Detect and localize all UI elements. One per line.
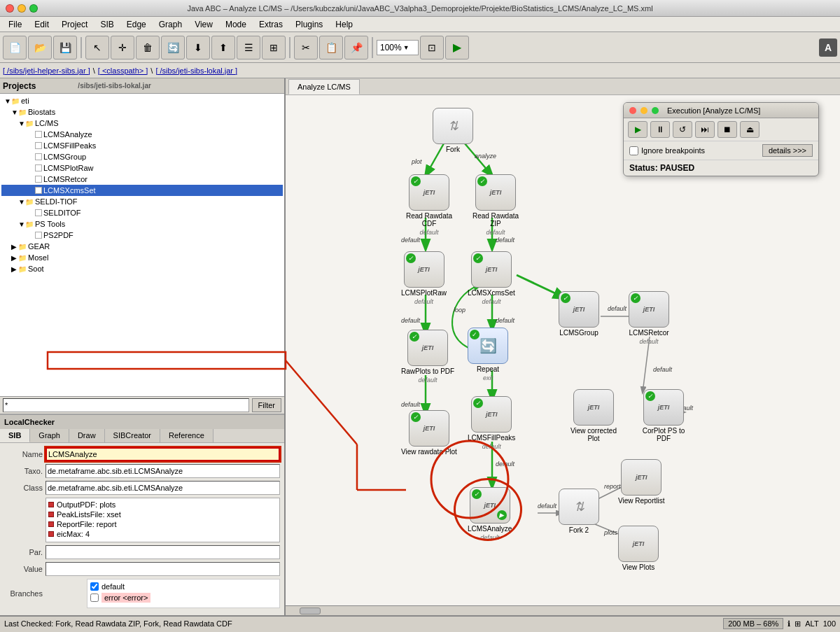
menu-sib[interactable]: SIB bbox=[94, 18, 119, 31]
close-button[interactable] bbox=[6, 4, 14, 13]
node-view-reportlist[interactable]: jETI View Reportlist bbox=[618, 459, 665, 505]
node-lcmsxcmsset[interactable]: ✓ jETI LCMSXcmsSet default bbox=[468, 251, 515, 305]
tree-item-soot[interactable]: ▶ 📁 Soot bbox=[1, 263, 283, 274]
exec-min-btn[interactable] bbox=[640, 107, 648, 114]
lc-tab-reference[interactable]: Reference bbox=[160, 429, 214, 442]
exec-skip-btn[interactable]: ⏭ bbox=[695, 121, 715, 138]
toolbar-save[interactable]: 💾 bbox=[53, 36, 77, 59]
toolbar-list[interactable]: ☰ bbox=[237, 36, 260, 59]
toolbar-up[interactable]: ⬆ bbox=[211, 36, 235, 59]
node-corplot[interactable]: ✓ jETI CorPlot PS to PDF bbox=[636, 389, 692, 442]
classpath-jar2[interactable]: [ /sibs/jeti-sibs-lokal.jar ] bbox=[155, 66, 237, 75]
node-lcmsgroup[interactable]: ✓ jETI LCMSGroup bbox=[559, 291, 599, 337]
tree-item-seldi[interactable]: ▼ 📁 SELDI-TIOF bbox=[1, 196, 283, 207]
menu-extras[interactable]: Extras bbox=[253, 18, 288, 31]
tree-toggle-seldi[interactable]: ▼ bbox=[18, 198, 25, 206]
filter-input[interactable] bbox=[3, 398, 249, 412]
classpath-jar1[interactable]: [ /sibs/jeti-helper-sibs.jar ] bbox=[3, 66, 90, 75]
lc-par-input[interactable] bbox=[46, 545, 280, 559]
node-lcmsfillpeaks[interactable]: ✓ jETI LCMSFillPeaks default bbox=[468, 396, 515, 450]
lc-taxo-input[interactable] bbox=[46, 464, 280, 478]
menu-edge[interactable]: Edge bbox=[121, 18, 152, 31]
toolbar-refresh[interactable]: 🔄 bbox=[161, 36, 185, 59]
tree-item-lcmsretcor[interactable]: LCMSRetcor bbox=[1, 174, 283, 185]
tree-item-eti[interactable]: ▼ 📁 eti bbox=[1, 95, 283, 106]
node-view-corrected[interactable]: jETI View corrected Plot bbox=[566, 389, 622, 442]
menu-plugins[interactable]: Plugins bbox=[290, 18, 328, 31]
tree-item-mosel[interactable]: ▶ 📁 Mosel bbox=[1, 252, 283, 263]
tree-item-lcmsplotraw[interactable]: LCMSPlotRaw bbox=[1, 162, 283, 174]
lc-tab-sib[interactable]: SIB bbox=[0, 429, 30, 442]
tree-toggle-pstools[interactable]: ▼ bbox=[18, 220, 25, 228]
tree-toggle-lcms[interactable]: ▼ bbox=[18, 120, 25, 127]
lc-tab-graph[interactable]: Graph bbox=[30, 429, 69, 442]
node-lcmsanalyze[interactable]: ✓ ▶ jETI LCMSAnalyze default bbox=[468, 487, 512, 541]
tree-toggle-soot[interactable]: ▶ bbox=[11, 265, 18, 273]
tree-item-lcmsxcmsset[interactable]: LCMSXcmsSet bbox=[1, 185, 283, 196]
tree-item-biostats[interactable]: ▼ 📁 Biostats bbox=[1, 106, 283, 118]
toolbar-paste[interactable]: 📌 bbox=[344, 36, 368, 59]
exec-close-btn[interactable] bbox=[629, 107, 636, 114]
tree-toggle-eti[interactable]: ▼ bbox=[4, 97, 11, 105]
toolbar-grid[interactable]: ⊞ bbox=[262, 36, 286, 59]
tree-item-pstools[interactable]: ▼ 📁 PS Tools bbox=[1, 218, 283, 230]
lc-tab-draw[interactable]: Draw bbox=[69, 429, 105, 442]
menu-file[interactable]: File bbox=[3, 18, 27, 31]
node-lcmsplotraw[interactable]: ✓ jETI LCMSPlotRaw default bbox=[401, 251, 447, 305]
exec-stop-btn[interactable]: ⏹ bbox=[718, 121, 737, 138]
toolbar-down[interactable]: ⬇ bbox=[186, 36, 210, 59]
menu-edit[interactable]: Edit bbox=[29, 18, 55, 31]
menu-view[interactable]: View bbox=[189, 18, 218, 31]
toolbar-copy[interactable]: 📋 bbox=[319, 36, 343, 59]
exec-pause-btn[interactable]: ⏸ bbox=[650, 121, 670, 138]
exec-details-btn[interactable]: details >>> bbox=[762, 144, 813, 157]
toolbar-play[interactable]: ▶ bbox=[445, 36, 469, 59]
exec-eject-btn[interactable]: ⏏ bbox=[740, 121, 760, 138]
exec-refresh-btn[interactable]: ↺ bbox=[673, 121, 692, 138]
node-lcmsretcor[interactable]: ✓ jETI LCMSRetcor default bbox=[629, 291, 669, 345]
zoom-dropdown-icon[interactable]: ▼ bbox=[403, 44, 410, 51]
toolbar-delete[interactable]: 🗑 bbox=[136, 36, 160, 59]
menu-graph[interactable]: Graph bbox=[153, 18, 188, 31]
canvas-tab-analyze[interactable]: Analyze LC/MS bbox=[288, 79, 360, 94]
node-rawplots-pdf[interactable]: ✓ jETI RawPlots to PDF default bbox=[401, 330, 454, 384]
toolbar-fit[interactable]: ⊡ bbox=[420, 36, 444, 59]
node-repeat[interactable]: ✓ 🔄 Repeat exit bbox=[468, 328, 508, 381]
tree-item-lcms[interactable]: ▼ 📁 LC/MS bbox=[1, 118, 283, 129]
branch-default-cb[interactable] bbox=[90, 582, 99, 591]
lc-tab-sibcreator[interactable]: SIBCreator bbox=[105, 429, 160, 442]
toolbar-select[interactable]: ↖ bbox=[85, 36, 109, 59]
menu-help[interactable]: Help bbox=[330, 18, 358, 31]
node-readraw-cdf[interactable]: ✓ jETI Read Rawdata CDF default bbox=[401, 174, 457, 236]
exec-ignore-breakpoints-cb[interactable] bbox=[629, 146, 638, 155]
menu-mode[interactable]: Mode bbox=[220, 18, 252, 31]
scrollbar-h-thumb[interactable] bbox=[300, 608, 321, 615]
menu-project[interactable]: Project bbox=[56, 18, 93, 31]
lc-value-input[interactable] bbox=[46, 562, 280, 576]
lc-class-input[interactable] bbox=[46, 481, 280, 495]
tree-item-selditof[interactable]: SELDITOF bbox=[1, 207, 283, 218]
exec-play-btn[interactable]: ▶ bbox=[628, 121, 648, 138]
tree-toggle-gear[interactable]: ▶ bbox=[11, 243, 18, 251]
exec-max-btn[interactable] bbox=[652, 107, 659, 114]
toolbar-open[interactable]: 📂 bbox=[28, 36, 52, 59]
filter-button[interactable]: Filter bbox=[252, 398, 281, 412]
minimize-button[interactable] bbox=[18, 4, 26, 13]
tree-item-lcmsfillpeaks[interactable]: LCMSFillPeaks bbox=[1, 140, 283, 151]
canvas-scrollbar-h[interactable] bbox=[286, 605, 840, 615]
tree-toggle-mosel[interactable]: ▶ bbox=[11, 254, 18, 262]
node-fork2[interactable]: ⇅ Fork 2 bbox=[559, 489, 599, 534]
tree-toggle-biostats[interactable]: ▼ bbox=[11, 108, 18, 116]
toolbar-cut[interactable]: ✂ bbox=[294, 36, 318, 59]
maximize-button[interactable] bbox=[29, 4, 38, 13]
toolbar-new[interactable]: 📄 bbox=[3, 36, 27, 59]
node-viewrawdata[interactable]: ✓ jETI View rawdata Plot bbox=[401, 410, 457, 456]
tree-item-ps2pdf[interactable]: PS2PDF bbox=[1, 230, 283, 241]
toolbar-move[interactable]: ✛ bbox=[111, 36, 134, 59]
lc-name-input[interactable] bbox=[46, 447, 280, 461]
canvas-area[interactable]: plot analyze default default default def… bbox=[286, 95, 840, 605]
tree-item-lcmsgroup[interactable]: LCMSGroup bbox=[1, 151, 283, 162]
node-fork1[interactable]: ⇅ Fork bbox=[433, 108, 473, 153]
tree-item-gear[interactable]: ▶ 📁 GEAR bbox=[1, 241, 283, 252]
node-view-plots[interactable]: jETI View Plots bbox=[618, 526, 659, 571]
